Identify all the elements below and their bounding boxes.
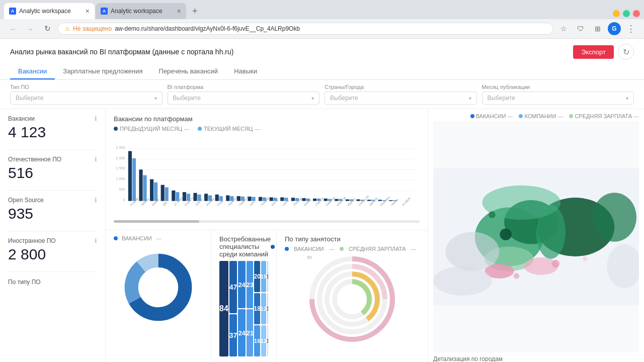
window-controls bbox=[613, 10, 640, 19]
stat-opensource: Open Source ℹ 935 bbox=[8, 197, 97, 223]
menu-icon[interactable]: ⋮ bbox=[624, 22, 638, 36]
svg-rect-28 bbox=[215, 195, 219, 201]
svg-text:1 000: 1 000 bbox=[116, 176, 125, 181]
export-button[interactable]: Экспорт bbox=[573, 45, 614, 59]
minimize-button[interactable] bbox=[613, 10, 620, 17]
new-tab-button[interactable]: + bbox=[187, 3, 203, 19]
treemap-cell-15[interactable]: 15 bbox=[261, 261, 266, 292]
employment-section: По типу занятости ВАКАНСИИ — СРЕДНЯЯ ЗАР… bbox=[277, 230, 428, 362]
treemap-cell-84[interactable]: 84 bbox=[219, 261, 228, 356]
bar-chart-card: Вакансии по платформам ПРЕДЫДУЩИЙ МЕСЯЦ … bbox=[106, 109, 428, 230]
treemap-cell-24a[interactable]: 24 bbox=[238, 261, 245, 308]
treemap-cell-12a[interactable]: 12 bbox=[261, 293, 266, 324]
filter-month-select[interactable]: Выберите ▾ bbox=[482, 92, 634, 105]
tab-favicon-2: A bbox=[101, 8, 108, 15]
tab-list[interactable]: Перечень вакансий bbox=[151, 64, 226, 79]
treemap-cell-11[interactable]: 11 bbox=[267, 261, 268, 292]
maximize-button[interactable] bbox=[623, 10, 630, 17]
tab-skills[interactable]: Навыки bbox=[226, 64, 265, 79]
filter-city-select[interactable]: Выберите ▾ bbox=[325, 92, 477, 105]
svg-text:Oracle BI: Oracle BI bbox=[336, 196, 347, 207]
stat-vacancies-title: Вакансии bbox=[8, 115, 35, 122]
stat-by-type-title: По типу ПО bbox=[8, 279, 41, 286]
app-title: Анализ рынка вакансий по BI платформам (… bbox=[10, 48, 233, 56]
svg-rect-26 bbox=[204, 194, 208, 201]
svg-point-113 bbox=[583, 256, 588, 261]
bar-chart-title: Вакансии по платформам bbox=[114, 115, 420, 123]
left-stats-panel: Вакансии ℹ 4 123 Отечественное ПО ℹ 516 … bbox=[0, 109, 106, 362]
filter-type: Тип ПО Выберите ▾ bbox=[10, 84, 163, 105]
tab-active[interactable]: A Analytic workspace × bbox=[4, 3, 95, 19]
back-button[interactable]: ← bbox=[6, 22, 20, 36]
filter-month-label: Месяц публикации bbox=[482, 84, 634, 90]
svg-rect-19 bbox=[165, 188, 169, 201]
svg-point-115 bbox=[433, 266, 492, 295]
svg-text:Qlik: Qlik bbox=[162, 201, 168, 206]
treemap-container: 84 47 37 bbox=[219, 261, 268, 356]
main-body: Вакансии ℹ 4 123 Отечественное ПО ℹ 516 … bbox=[0, 109, 644, 362]
employment-chart-container: 80 bbox=[285, 255, 420, 343]
legend-prev: ПРЕДЫДУЩИЙ МЕСЯЦ — bbox=[114, 126, 190, 132]
treemap-cell-47[interactable]: 47 bbox=[229, 261, 237, 313]
treemap-legend: КОМПАНИИ — bbox=[271, 244, 277, 250]
bookmark-icon[interactable]: ☆ bbox=[556, 22, 571, 36]
svg-point-112 bbox=[514, 273, 520, 279]
tab-inactive[interactable]: A Analytic workspace × bbox=[96, 3, 186, 19]
treemap-cell-12b[interactable]: 12 bbox=[261, 325, 266, 356]
reload-button[interactable]: ↻ bbox=[40, 22, 54, 36]
profile-avatar[interactable]: G bbox=[608, 22, 621, 35]
stat-vacancies-value: 4 123 bbox=[8, 123, 97, 141]
chart-scrollbar-thumb[interactable] bbox=[114, 220, 199, 223]
tab-close-2[interactable]: × bbox=[177, 7, 181, 15]
russia-map-container[interactable] bbox=[433, 121, 639, 352]
stat-domestic-info[interactable]: ℹ bbox=[95, 156, 97, 163]
stat-foreign-value: 2 800 bbox=[8, 245, 97, 263]
svg-point-110 bbox=[489, 211, 496, 218]
filter-platform-label: BI платформа bbox=[168, 84, 320, 90]
filter-platform-select[interactable]: Выберите ▾ bbox=[168, 92, 320, 105]
address-bar[interactable]: ⚠ Не защищено aw-demo.ru/share/dashboard… bbox=[57, 23, 553, 35]
filter-type-select[interactable]: Выберите ▾ bbox=[10, 92, 163, 105]
russia-map-svg bbox=[433, 121, 639, 352]
treemap-cell-10b[interactable]: 10 bbox=[267, 325, 268, 356]
svg-rect-56 bbox=[367, 200, 371, 201]
tab-vacancies[interactable]: Вакансии bbox=[10, 64, 55, 79]
stat-foreign-info[interactable]: ℹ bbox=[95, 237, 97, 244]
stat-foreign-title: Иностранное ПО bbox=[8, 237, 56, 244]
tab-label-1: Analytic workspace bbox=[19, 8, 83, 15]
svg-rect-15 bbox=[143, 175, 146, 201]
close-button[interactable] bbox=[633, 10, 640, 17]
treemap-section: Востребованные специалисты среди компани… bbox=[211, 230, 277, 362]
svg-rect-20 bbox=[172, 191, 175, 201]
radial-chart-svg: 80 bbox=[302, 251, 403, 347]
tab-close-1[interactable]: × bbox=[86, 7, 90, 15]
svg-rect-52 bbox=[346, 200, 349, 201]
forward-button[interactable]: → bbox=[23, 22, 37, 36]
svg-text:Loginom: Loginom bbox=[314, 197, 325, 207]
treemap-cell-16[interactable]: 16 bbox=[254, 325, 260, 356]
treemap-cell-20[interactable]: 20 bbox=[254, 261, 260, 292]
refresh-button[interactable]: ↻ bbox=[618, 44, 634, 60]
treemap-cell-37[interactable]: 37 bbox=[229, 314, 237, 356]
stat-vacancies-info[interactable]: ℹ bbox=[95, 115, 97, 122]
treemap-cell-23[interactable]: 23 bbox=[247, 261, 254, 308]
treemap-cell-10a[interactable]: 10 bbox=[267, 293, 268, 324]
stat-opensource-info[interactable]: ℹ bbox=[95, 197, 97, 204]
svg-text:Klipfolio: Klipfolio bbox=[347, 198, 356, 207]
filter-platform-arrow: ▾ bbox=[311, 96, 314, 101]
svg-rect-30 bbox=[226, 196, 229, 201]
svg-text:Hetrika: Hetrika bbox=[390, 198, 399, 206]
svg-rect-36 bbox=[259, 197, 262, 201]
shield-icon[interactable]: 🛡 bbox=[574, 22, 588, 36]
filter-city-label: Страны/Города bbox=[325, 84, 477, 90]
svg-rect-16 bbox=[150, 179, 153, 201]
treemap-cell-21[interactable]: 21 bbox=[247, 309, 254, 356]
filter-city-arrow: ▾ bbox=[469, 96, 471, 101]
tab-salary[interactable]: Зарплатные предложения bbox=[55, 64, 150, 79]
browser-frame: A Analytic workspace × A Analytic worksp… bbox=[0, 0, 644, 39]
lock-text: Не защищено bbox=[73, 25, 112, 32]
extensions-icon[interactable]: ⊞ bbox=[591, 22, 605, 36]
chart-scrollbar[interactable] bbox=[114, 220, 420, 223]
treemap-cell-24b[interactable]: 24 bbox=[238, 309, 245, 356]
treemap-cell-18[interactable]: 18 bbox=[254, 293, 260, 324]
